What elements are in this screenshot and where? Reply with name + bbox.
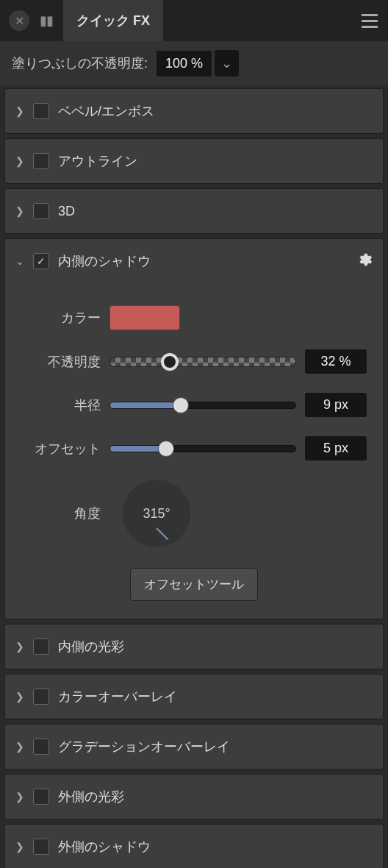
toolbar: 塗りつぶしの不透明度: 100 % ⌄ xyxy=(0,41,388,85)
section-checkbox[interactable] xyxy=(33,203,49,219)
section-inner-shadow: ⌄ 内側のシャドウ カラー 不透明度 32 % 半径 xyxy=(4,238,384,619)
opacity-field[interactable]: 32 % xyxy=(305,349,367,374)
chevron-right-icon: ❯ xyxy=(15,155,24,167)
section-header[interactable]: ❯ アウトライン xyxy=(5,139,383,183)
section-header[interactable]: ❯ 外側の光彩 xyxy=(5,775,383,819)
section-header[interactable]: ❯ グラデーションオーバーレイ xyxy=(5,725,383,769)
section-color-overlay: ❯ カラーオーバーレイ xyxy=(4,674,384,719)
section-header[interactable]: ❯ 内側の光彩 xyxy=(5,625,383,669)
angle-dial[interactable]: 315° xyxy=(123,480,190,547)
section-label: 内側の光彩 xyxy=(58,638,124,655)
opacity-row: 不透明度 32 % xyxy=(21,349,367,374)
fill-opacity-field[interactable]: 100 % xyxy=(157,51,212,77)
effects-list: ❯ ベベル/エンボス ❯ アウトライン ❯ 3D ⌄ 内側のシャドウ xyxy=(0,85,388,868)
section-outline: ❯ アウトライン xyxy=(4,138,384,184)
section-inner-glow: ❯ 内側の光彩 xyxy=(4,624,384,669)
section-drop-shadow: ❯ 外側のシャドウ xyxy=(4,824,384,868)
angle-needle-icon xyxy=(156,528,168,541)
section-label: 外側のシャドウ xyxy=(58,838,151,855)
offset-field[interactable]: 5 px xyxy=(305,436,367,460)
fill-opacity-label: 塗りつぶしの不透明度: xyxy=(12,54,148,72)
color-row: カラー xyxy=(21,305,367,330)
chevron-right-icon: ❯ xyxy=(15,641,24,652)
section-checkbox[interactable] xyxy=(33,153,49,169)
section-header[interactable]: ❯ ベベル/エンボス xyxy=(5,89,383,133)
section-gradient-overlay: ❯ グラデーションオーバーレイ xyxy=(4,724,384,769)
panel-tab[interactable]: クイック FX xyxy=(63,0,163,41)
radius-label: 半径 xyxy=(21,396,109,414)
offset-row: オフセット 5 px xyxy=(21,436,367,460)
gear-icon[interactable] xyxy=(356,252,373,271)
chevron-right-icon: ❯ xyxy=(15,691,24,702)
chevron-right-icon: ❯ xyxy=(15,841,24,853)
chevron-right-icon: ❯ xyxy=(15,205,24,217)
menu-button[interactable] xyxy=(362,14,378,28)
section-label: ベベル/エンボス xyxy=(58,102,154,120)
radius-field[interactable]: 9 px xyxy=(305,393,367,417)
section-label: 外側の光彩 xyxy=(58,788,124,805)
chevron-right-icon: ❯ xyxy=(15,741,24,753)
color-swatch[interactable] xyxy=(109,305,180,330)
panel-header: ✕ ▮▮ クイック FX xyxy=(0,0,388,41)
section-header[interactable]: ❯ 3D xyxy=(5,189,383,233)
section-checkbox[interactable] xyxy=(33,839,49,855)
section-checkbox[interactable] xyxy=(33,689,49,705)
section-checkbox[interactable] xyxy=(33,789,49,805)
angle-row: 角度 315° xyxy=(21,480,367,547)
section-checkbox[interactable] xyxy=(33,638,49,655)
section-checkbox[interactable] xyxy=(33,103,49,119)
offset-slider[interactable] xyxy=(109,445,296,452)
section-label: グラデーションオーバーレイ xyxy=(58,738,230,755)
offset-tool-button[interactable]: オフセットツール xyxy=(130,568,258,601)
opacity-slider[interactable] xyxy=(109,357,296,367)
offset-label: オフセット xyxy=(21,440,109,458)
pause-icon[interactable]: ▮▮ xyxy=(40,13,53,29)
section-bevel: ❯ ベベル/エンボス xyxy=(4,88,384,134)
section-checkbox[interactable] xyxy=(33,253,49,269)
section-header[interactable]: ⌄ 内側のシャドウ xyxy=(5,239,383,283)
angle-value: 315° xyxy=(143,506,170,522)
radius-slider[interactable] xyxy=(109,402,296,409)
section-checkbox[interactable] xyxy=(33,739,49,755)
section-header[interactable]: ❯ カラーオーバーレイ xyxy=(5,675,383,719)
chevron-right-icon: ❯ xyxy=(15,105,24,117)
radius-row: 半径 9 px xyxy=(21,393,367,417)
opacity-label: 不透明度 xyxy=(21,353,109,371)
chevron-down-icon: ⌄ xyxy=(15,255,24,267)
section-outer-glow: ❯ 外側の光彩 xyxy=(4,774,384,819)
section-label: 3D xyxy=(58,204,75,219)
chevron-right-icon: ❯ xyxy=(15,791,24,803)
fill-opacity-dropdown[interactable]: ⌄ xyxy=(215,50,239,77)
close-button[interactable]: ✕ xyxy=(9,10,29,31)
section-label: アウトライン xyxy=(58,152,137,170)
section-body: カラー 不透明度 32 % 半径 9 px オフセット xyxy=(5,283,383,619)
color-label: カラー xyxy=(21,309,109,327)
section-label: カラーオーバーレイ xyxy=(58,688,177,705)
section-label: 内側のシャドウ xyxy=(58,252,151,270)
angle-label: 角度 xyxy=(21,505,109,522)
section-header[interactable]: ❯ 外側のシャドウ xyxy=(5,825,383,868)
panel-title: クイック FX xyxy=(76,12,150,29)
section-3d: ❯ 3D xyxy=(4,188,384,234)
